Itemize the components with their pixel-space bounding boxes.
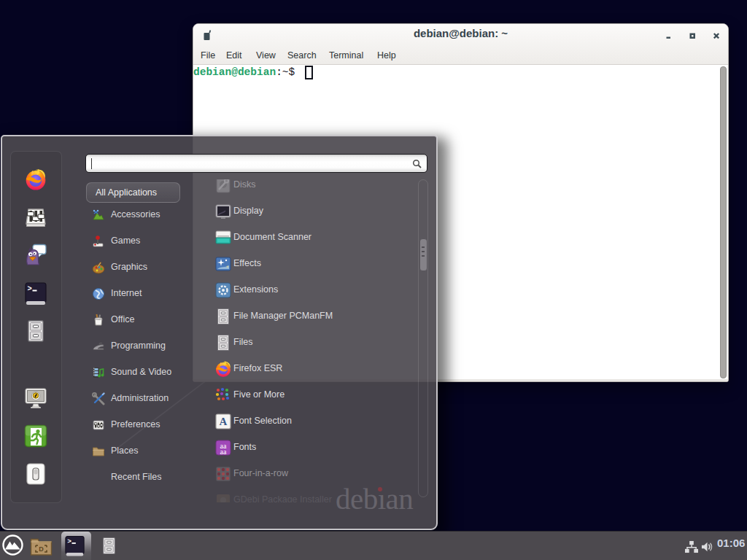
svg-text:aa: aa <box>220 448 227 456</box>
svg-text:D: D <box>39 545 44 553</box>
svg-text:A: A <box>220 416 228 427</box>
svg-text:>: > <box>67 537 71 545</box>
